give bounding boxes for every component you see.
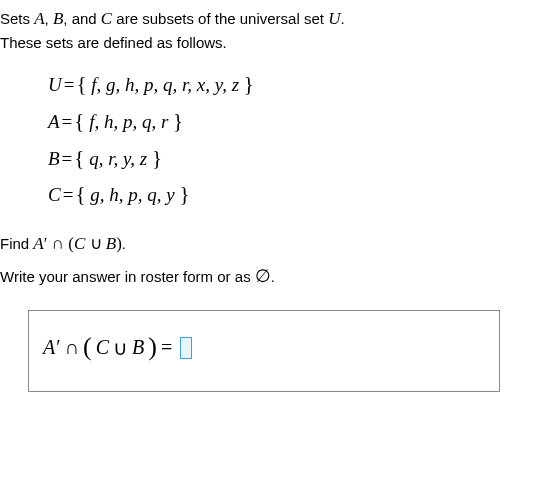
expr-B: B: [106, 234, 116, 253]
expr-A: A: [33, 234, 43, 253]
set-U-elems: f, g, h, p, q, r, x, y, z: [87, 74, 244, 95]
set-C-elems: g, h, p, q, y: [86, 184, 180, 205]
answer-expression: A′ ∩ (C ∪ B) =: [43, 333, 485, 363]
set-C-name: C: [48, 184, 61, 205]
set-A-elems: f, h, p, q, r: [84, 111, 173, 132]
ans-prime: ′: [56, 336, 60, 359]
brace-close: }: [179, 182, 189, 206]
set-name-A: A: [34, 9, 44, 28]
ans-A: A: [43, 336, 55, 359]
set-definitions: U={ f, g, h, p, q, r, x, y, z } A={ f, h…: [48, 66, 549, 213]
brace-open: {: [74, 109, 84, 133]
find-pre: Find: [0, 235, 33, 252]
cap-symbol: ∩: [47, 234, 68, 253]
sep: , and: [63, 10, 101, 27]
answer-box: A′ ∩ (C ∪ B) =: [28, 310, 500, 392]
expr-C: C: [74, 234, 85, 253]
instr-pre: Write your answer in roster form or as: [0, 268, 255, 285]
intro-line2: These sets are defined as follows.: [0, 34, 227, 51]
eq: =: [63, 184, 74, 205]
intro-line1-pre: Sets: [0, 10, 34, 27]
set-C-row: C={ g, h, p, q, y }: [48, 176, 549, 213]
ans-C: C: [96, 336, 109, 359]
instr-post: .: [271, 268, 275, 285]
ans-B: B: [132, 336, 144, 359]
eq: =: [62, 148, 73, 169]
ans-rparen: ): [148, 332, 157, 362]
period: .: [340, 10, 344, 27]
set-U-row: U={ f, g, h, p, q, r, x, y, z }: [48, 66, 549, 103]
ans-cup-symbol: ∪: [113, 336, 128, 360]
ans-lparen: (: [83, 332, 92, 362]
brace-close: }: [244, 72, 254, 96]
set-A-name: A: [48, 111, 60, 132]
brace-open: {: [74, 146, 84, 170]
ans-cap-symbol: ∩: [65, 336, 79, 359]
set-A-row: A={ f, h, p, q, r }: [48, 103, 549, 140]
set-B-name: B: [48, 148, 60, 169]
intro-text: Sets A, B, and C are subsets of the univ…: [0, 6, 549, 54]
set-B-elems: q, r, y, z: [84, 148, 152, 169]
empty-set-symbol: ∅: [255, 266, 271, 286]
ans-eq: =: [161, 336, 172, 359]
intro-line1-post: are subsets of the universal set: [112, 10, 328, 27]
brace-close: }: [152, 146, 162, 170]
period: .: [122, 235, 126, 252]
set-name-C: C: [101, 9, 112, 28]
eq: =: [62, 111, 73, 132]
brace-close: }: [173, 109, 183, 133]
cup-symbol: ∪: [85, 234, 106, 253]
prompt-block: Find A′ ∩ (C ∪ B). Write your answer in …: [0, 229, 549, 292]
set-name-B: B: [53, 9, 63, 28]
eq: =: [64, 74, 75, 95]
answer-input[interactable]: [180, 337, 192, 359]
set-B-row: B={ q, r, y, z }: [48, 140, 549, 177]
sep: ,: [45, 10, 53, 27]
set-name-U: U: [328, 9, 340, 28]
set-U-name: U: [48, 74, 62, 95]
brace-open: {: [75, 182, 85, 206]
brace-open: {: [76, 72, 86, 96]
